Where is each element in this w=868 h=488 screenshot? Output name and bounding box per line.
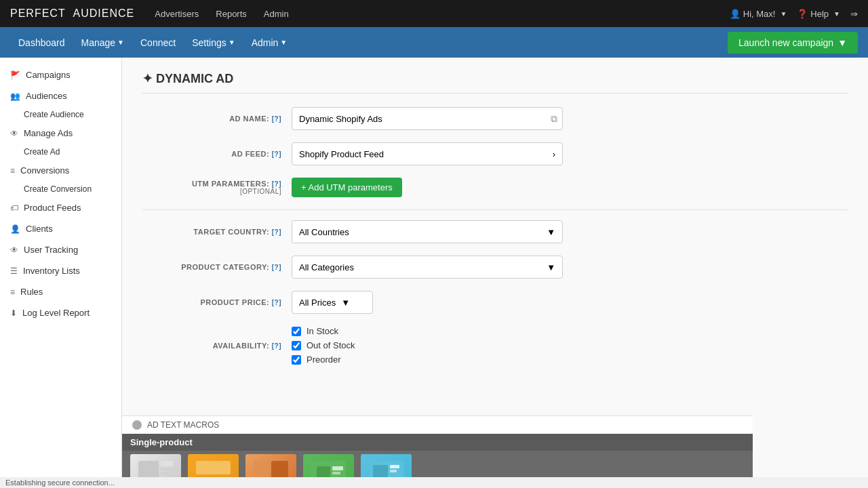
ad-feed-row: AD FEED: [?] Shopify Product Feed › xyxy=(142,142,848,165)
sidebar-item-audiences[interactable]: 👥 Audiences xyxy=(0,85,121,106)
nav-bar: Dashboard Manage ▼ Connect Settings ▼ Ad… xyxy=(0,27,868,58)
single-product-label: Single-product xyxy=(130,437,193,447)
nav-connect-label: Connect xyxy=(140,37,176,48)
username: Hi, Max! xyxy=(743,9,776,19)
user-menu[interactable]: 👤 Hi, Max! ▼ xyxy=(730,9,787,19)
top-nav-advertisers[interactable]: Advertisers xyxy=(155,9,199,19)
in-stock-label: In Stock xyxy=(307,326,338,336)
help-link[interactable]: ❓ Help ▼ xyxy=(797,9,840,19)
sidebar-item-conversions[interactable]: ≡ Conversions xyxy=(0,160,121,181)
ad-name-input[interactable] xyxy=(292,107,563,130)
sidebar-create-conversion[interactable]: Create Conversion xyxy=(0,181,121,197)
sidebar-create-audience[interactable]: Create Audience xyxy=(0,106,121,123)
svg-rect-3 xyxy=(161,472,169,474)
launch-caret: ▼ xyxy=(837,37,847,48)
sidebar-rules-label: Rules xyxy=(20,287,43,297)
product-price-row: PRODUCT PRICE: [?] All Prices ▼ xyxy=(142,291,848,314)
sidebar-audiences-label: Audiences xyxy=(26,91,67,101)
launch-campaign-button[interactable]: Launch new campaign ▼ xyxy=(728,32,858,54)
logout-button[interactable]: ⇒ xyxy=(850,9,858,19)
availability-in-stock[interactable]: In Stock xyxy=(292,326,355,336)
svg-rect-1 xyxy=(161,461,173,466)
page-title-text: DYNAMIC AD xyxy=(156,72,233,85)
exit-icon: ⇒ xyxy=(850,9,858,19)
user-icon: 👤 xyxy=(730,9,741,19)
price-chevron: ▼ xyxy=(341,298,350,308)
help-icon: ❓ xyxy=(797,9,808,19)
availability-label: AVAILABILITY: [?] xyxy=(142,342,292,350)
sidebar-item-user-tracking[interactable]: 👁 User Tracking xyxy=(0,239,121,260)
utm-label: UTM PARAMETERS: [?] [OPTIONAL] xyxy=(142,180,292,195)
sidebar-item-campaigns[interactable]: 🚩 Campaigns xyxy=(0,64,121,85)
copy-icon[interactable]: ⧉ xyxy=(551,113,557,125)
target-country-select[interactable]: All Countries ▼ xyxy=(292,220,563,243)
sidebar-item-manage-ads[interactable]: 👁 Manage Ads xyxy=(0,123,121,144)
page-title: ✦ DYNAMIC AD xyxy=(142,71,848,94)
top-nav-reports[interactable]: Reports xyxy=(216,9,247,19)
nav-dashboard[interactable]: Dashboard xyxy=(10,27,73,58)
admin-caret: ▼ xyxy=(280,39,287,46)
sidebar-item-rules[interactable]: ≡ Rules xyxy=(0,281,121,302)
sidebar-log-level-label: Log Level Report xyxy=(22,308,90,318)
nav-settings[interactable]: Settings ▼ xyxy=(184,27,243,58)
nav-connect[interactable]: Connect xyxy=(132,27,184,58)
nav-admin[interactable]: Admin ▼ xyxy=(243,27,296,58)
person-icon: 👤 xyxy=(10,224,20,234)
ad-text-macros-label: AD TEXT MACROS xyxy=(147,420,219,430)
country-chevron: ▼ xyxy=(547,227,555,237)
nav-manage-label: Manage xyxy=(81,37,116,48)
sidebar-conversions-label: Conversions xyxy=(20,165,69,176)
availability-out-of-stock[interactable]: Out of Stock xyxy=(292,340,355,350)
availability-preorder[interactable]: Preorder xyxy=(292,354,355,365)
sidebar-item-clients[interactable]: 👤 Clients xyxy=(0,218,121,239)
sidebar-create-conversion-label: Create Conversion xyxy=(24,184,92,194)
svg-rect-2 xyxy=(161,468,173,470)
out-of-stock-checkbox[interactable] xyxy=(292,341,301,350)
ad-text-macros-bar: AD TEXT MACROS xyxy=(122,415,753,434)
sidebar-campaigns-label: Campaigns xyxy=(26,70,71,80)
target-country-row: TARGET COUNTRY: [?] All Countries ▼ xyxy=(142,220,848,243)
top-bar: PERFECT AUDIENCE Advertisers Reports Adm… xyxy=(0,0,868,27)
sidebar-clients-label: Clients xyxy=(26,224,53,234)
sidebar-item-inventory-lists[interactable]: ☰ Inventory Lists xyxy=(0,260,121,281)
preorder-checkbox[interactable] xyxy=(292,355,301,365)
tracking-icon: 👁 xyxy=(10,245,18,255)
sidebar-create-ad[interactable]: Create Ad xyxy=(0,144,121,160)
nav-manage[interactable]: Manage ▼ xyxy=(73,27,133,58)
product-price-select[interactable]: All Prices ▼ xyxy=(292,291,373,314)
ad-name-label: AD NAME: [?] xyxy=(142,115,292,123)
in-stock-checkbox[interactable] xyxy=(292,327,301,336)
sidebar-product-feeds-label: Product Feeds xyxy=(24,203,81,213)
nav-settings-label: Settings xyxy=(192,37,226,48)
user-caret: ▼ xyxy=(780,10,787,18)
preorder-label: Preorder xyxy=(307,354,341,365)
sidebar: 🚩 Campaigns 👥 Audiences Create Audience … xyxy=(0,58,122,488)
target-country-value: All Countries xyxy=(299,227,349,237)
product-category-label: PRODUCT CATEGORY: [?] xyxy=(142,263,292,271)
svg-rect-4 xyxy=(196,461,231,474)
category-chevron: ▼ xyxy=(547,262,555,272)
sidebar-item-log-level-report[interactable]: ⬇ Log Level Report xyxy=(0,302,121,323)
users-icon: 👥 xyxy=(10,92,20,101)
utm-btn-label: + Add UTM parameters xyxy=(301,182,393,192)
feed-arrow: › xyxy=(553,149,555,159)
add-utm-button[interactable]: + Add UTM parameters xyxy=(292,178,402,197)
availability-row: AVAILABILITY: [?] In Stock Out of Stock … xyxy=(142,326,848,365)
form-divider-1 xyxy=(142,209,848,210)
top-bar-right: 👤 Hi, Max! ▼ ❓ Help ▼ ⇒ xyxy=(730,9,858,19)
eye-icon: 👁 xyxy=(10,129,18,138)
sidebar-item-product-feeds[interactable]: 🏷 Product Feeds xyxy=(0,197,121,218)
sidebar-create-audience-label: Create Audience xyxy=(24,110,84,119)
sidebar-user-tracking-label: User Tracking xyxy=(24,245,78,255)
lines-icon: ≡ xyxy=(10,166,15,176)
help-label: Help xyxy=(810,9,829,19)
status-text: Establishing secure connection... xyxy=(5,479,115,487)
product-category-select[interactable]: All Categories ▼ xyxy=(292,256,563,279)
ad-name-row: AD NAME: [?] ⧉ xyxy=(142,107,848,130)
macros-circle-icon xyxy=(132,420,142,430)
top-nav-admin[interactable]: Admin xyxy=(264,9,289,19)
ad-feed-select[interactable]: Shopify Product Feed › xyxy=(292,142,563,165)
svg-rect-14 xyxy=(390,465,399,468)
availability-options: In Stock Out of Stock Preorder xyxy=(292,326,355,365)
ad-name-input-wrapper: ⧉ xyxy=(292,107,563,130)
